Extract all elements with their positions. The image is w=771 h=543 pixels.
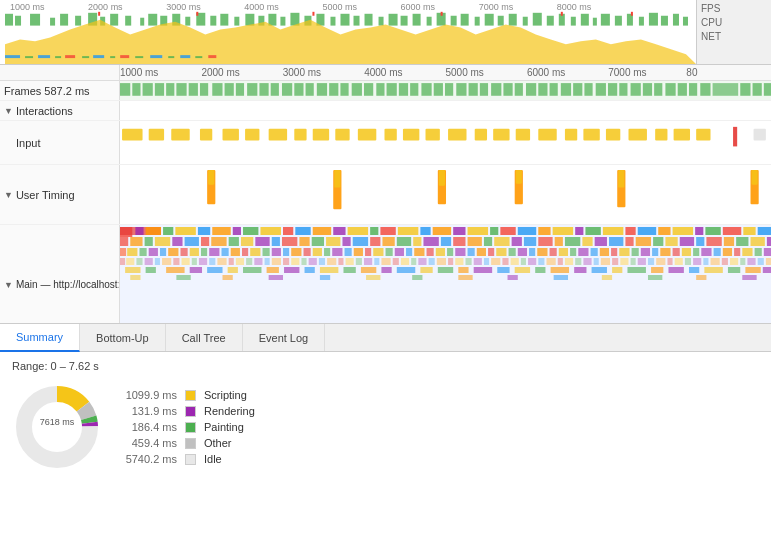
svg-rect-248: [468, 237, 482, 246]
svg-rect-362: [374, 258, 379, 265]
svg-rect-407: [146, 267, 156, 273]
svg-rect-91: [166, 83, 174, 96]
tab-event-log[interactable]: Event Log: [243, 324, 326, 351]
svg-rect-18: [125, 16, 131, 26]
svg-rect-355: [309, 258, 317, 265]
overview-section: 1000 ms 2000 ms 3000 ms 4000 ms 5000 ms …: [0, 0, 771, 65]
ruler-labels: 1000 ms 2000 ms 3000 ms 4000 ms 5000 ms …: [120, 65, 771, 81]
svg-rect-268: [750, 237, 764, 246]
svg-rect-101: [282, 83, 292, 96]
svg-rect-139: [740, 83, 750, 96]
tab-summary[interactable]: Summary: [0, 324, 80, 352]
svg-rect-276: [180, 248, 187, 256]
svg-rect-26: [220, 14, 228, 26]
svg-rect-120: [503, 83, 512, 96]
svg-rect-41: [401, 16, 408, 26]
svg-rect-301: [436, 248, 445, 256]
tab-call-tree[interactable]: Call Tree: [166, 324, 243, 351]
other-color: [185, 438, 196, 449]
svg-rect-296: [386, 248, 393, 256]
svg-rect-337: [145, 258, 153, 265]
svg-rect-351: [272, 258, 281, 265]
svg-rect-315: [578, 248, 588, 256]
svg-rect-340: [173, 258, 179, 265]
svg-rect-145: [200, 129, 212, 141]
svg-rect-406: [125, 267, 140, 273]
frames-row: Frames 587.2 ms: [0, 81, 771, 101]
svg-rect-252: [524, 237, 536, 246]
svg-rect-399: [711, 258, 720, 265]
svg-rect-300: [427, 248, 434, 256]
svg-rect-442: [223, 275, 233, 280]
svg-rect-293: [354, 248, 363, 256]
svg-rect-247: [453, 237, 465, 246]
svg-rect-209: [538, 227, 550, 235]
svg-rect-53: [547, 16, 554, 26]
svg-rect-425: [497, 267, 509, 273]
svg-rect-361: [364, 258, 372, 265]
svg-rect-358: [338, 258, 343, 265]
svg-rect-204: [453, 227, 465, 235]
svg-rect-450: [602, 275, 612, 280]
ruler-2000: 2000 ms: [201, 67, 239, 78]
svg-rect-45: [451, 16, 457, 26]
svg-rect-431: [612, 267, 622, 273]
svg-rect-392: [648, 258, 654, 265]
ruler-5000: 5000 ms: [446, 67, 484, 78]
svg-rect-346: [229, 258, 234, 265]
overview-chart[interactable]: 1000 ms 2000 ms 3000 ms 4000 ms 5000 ms …: [0, 0, 696, 64]
overview-sidebar: FPS CPU NET: [696, 0, 771, 64]
svg-rect-55: [571, 17, 576, 26]
svg-rect-134: [665, 83, 675, 96]
tab-bottom-up[interactable]: Bottom-Up: [80, 324, 166, 351]
main-thread-row: ▼ Main — http://localhost:3000/: [0, 225, 771, 323]
interactions-content: [120, 101, 771, 120]
ruler-4000: 4000 ms: [364, 67, 402, 78]
svg-rect-334: [120, 258, 125, 265]
svg-rect-452: [696, 275, 706, 280]
svg-rect-62: [649, 13, 658, 26]
svg-rect-373: [474, 258, 482, 265]
svg-rect-82: [150, 55, 162, 58]
svg-rect-114: [434, 83, 443, 96]
svg-rect-453: [742, 275, 756, 280]
svg-rect-341: [182, 258, 190, 265]
svg-rect-206: [490, 227, 498, 235]
svg-rect-443: [269, 275, 283, 280]
svg-text:1000 ms: 1000 ms: [10, 2, 45, 12]
user-timing-arrow: ▼: [4, 190, 13, 200]
scripting-color: [185, 390, 196, 401]
svg-rect-408: [166, 267, 184, 273]
svg-rect-77: [82, 56, 89, 58]
svg-rect-235: [282, 237, 297, 246]
svg-rect-173: [334, 170, 340, 188]
svg-rect-429: [574, 267, 586, 273]
svg-rect-118: [480, 83, 488, 96]
svg-rect-237: [312, 237, 324, 246]
timeline-section[interactable]: Frames 587.2 ms: [0, 81, 771, 323]
svg-rect-260: [636, 237, 651, 246]
svg-rect-447: [458, 275, 472, 280]
svg-rect-69: [441, 12, 443, 16]
svg-rect-162: [583, 129, 599, 141]
svg-rect-130: [619, 83, 627, 96]
svg-rect-40: [389, 14, 398, 26]
idle-ms: 5740.2 ms: [122, 453, 177, 465]
svg-rect-65: [683, 17, 688, 26]
svg-rect-149: [294, 129, 306, 141]
svg-rect-384: [575, 258, 581, 265]
bottom-panel: Summary Bottom-Up Call Tree Event Log Ra…: [0, 323, 771, 543]
svg-rect-273: [149, 248, 158, 256]
svg-rect-370: [448, 258, 453, 265]
svg-rect-78: [93, 55, 104, 58]
svg-rect-133: [654, 83, 662, 96]
svg-rect-47: [475, 17, 480, 26]
svg-rect-23: [185, 17, 190, 26]
svg-rect-309: [518, 248, 527, 256]
svg-rect-213: [603, 227, 624, 235]
ruler-3000: 3000 ms: [283, 67, 321, 78]
rendering-ms: 131.9 ms: [122, 405, 177, 417]
svg-rect-343: [199, 258, 207, 265]
svg-rect-424: [474, 267, 492, 273]
svg-rect-377: [511, 258, 519, 265]
